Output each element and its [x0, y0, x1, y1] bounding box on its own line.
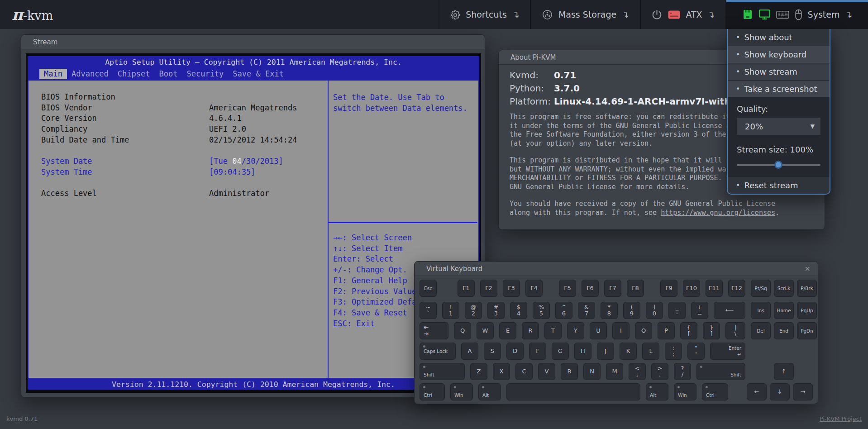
key-alt-left[interactable]: Alt — [478, 383, 501, 400]
key-arrow-left[interactable]: ← — [747, 383, 767, 400]
key-f12[interactable]: F12 — [728, 280, 745, 297]
key-semicolon[interactable]: :; — [665, 343, 682, 360]
quality-select[interactable]: 20% ▼ — [737, 118, 820, 135]
key-3[interactable]: #3 — [487, 302, 505, 319]
key-9[interactable]: (9 — [623, 302, 640, 319]
key-f11[interactable]: F11 — [706, 280, 723, 297]
key-i[interactable]: I — [612, 322, 630, 339]
key-7[interactable]: &7 — [578, 302, 595, 319]
key-home[interactable]: Home — [774, 302, 794, 319]
key-1[interactable]: !1 — [442, 302, 459, 319]
menu-atx[interactable]: ATX ↴ — [640, 0, 725, 29]
gnu-license-link[interactable]: https://www.gnu.org/licenses — [661, 209, 775, 217]
key-y[interactable]: Y — [567, 322, 584, 339]
key-w[interactable]: W — [477, 322, 494, 339]
menu-system[interactable]: System ↴ — [725, 0, 868, 29]
key-scroll-lock[interactable]: ScrLk — [774, 280, 794, 297]
key-period[interactable]: >. — [651, 363, 668, 380]
key-5[interactable]: %5 — [533, 302, 550, 319]
key-backspace[interactable]: ⟵ — [714, 302, 745, 319]
key-ctrl-left[interactable]: Ctrl — [420, 383, 445, 400]
key-d[interactable]: D — [506, 343, 524, 360]
key-f4[interactable]: F4 — [525, 280, 543, 297]
key-q[interactable]: Q — [454, 322, 471, 339]
key-6[interactable]: ^6 — [555, 302, 572, 319]
key-enter[interactable]: Enter↵ — [710, 343, 745, 360]
key-bracket-left[interactable]: {[ — [680, 322, 697, 339]
key-win-right[interactable]: Win — [674, 383, 696, 400]
key-f6[interactable]: F6 — [582, 280, 599, 297]
key-n[interactable]: N — [583, 363, 601, 380]
key-z[interactable]: Z — [470, 363, 487, 380]
key-f2[interactable]: F2 — [480, 280, 497, 297]
key-f10[interactable]: F10 — [683, 280, 700, 297]
key-k[interactable]: K — [620, 343, 637, 360]
key-s[interactable]: S — [484, 343, 501, 360]
key-a[interactable]: A — [461, 343, 478, 360]
bios-tab-main[interactable]: Main — [39, 69, 67, 79]
key-g[interactable]: G — [552, 343, 569, 360]
pikvm-project-link[interactable]: Pi-KVM Project — [820, 415, 862, 422]
close-icon[interactable]: × — [805, 264, 811, 273]
key-f9[interactable]: F9 — [660, 280, 677, 297]
key-p[interactable]: P — [658, 322, 675, 339]
key-v[interactable]: V — [538, 363, 555, 380]
menu-item-take-a-screenshot[interactable]: •Take a screenshot — [728, 81, 830, 98]
key-f7[interactable]: F7 — [604, 280, 621, 297]
key-f5[interactable]: F5 — [559, 280, 576, 297]
stream-size-slider[interactable] — [737, 159, 820, 170]
key-space[interactable] — [506, 383, 640, 400]
key-c[interactable]: C — [515, 363, 533, 380]
key-insert[interactable]: Ins — [751, 302, 771, 319]
key-8[interactable]: *8 — [601, 302, 618, 319]
key-f1[interactable]: F1 — [458, 280, 475, 297]
key-page-down[interactable]: PgDn — [797, 322, 817, 339]
key-m[interactable]: M — [606, 363, 623, 380]
key-page-up[interactable]: PgUp — [797, 302, 817, 319]
key-tab[interactable]: ⇤⇥ — [420, 322, 448, 339]
key-esc[interactable]: Esc — [420, 280, 437, 297]
slider-thumb[interactable] — [774, 161, 782, 169]
key-arrow-up[interactable]: ↑ — [774, 363, 794, 380]
key-shift-right[interactable]: Shift — [696, 363, 745, 380]
key-o[interactable]: O — [635, 322, 652, 339]
stream-window-titlebar[interactable]: Stream — [21, 35, 485, 49]
bios-tab-security[interactable]: Security — [182, 69, 228, 79]
menu-item-show-stream[interactable]: •Show stream — [728, 63, 830, 81]
menu-item-reset-stream[interactable]: • Reset stream — [728, 176, 830, 194]
key-alt-right[interactable]: Alt — [646, 383, 668, 400]
key-0[interactable]: )0 — [646, 302, 663, 319]
bios-tab-chipset[interactable]: Chipset — [113, 69, 155, 79]
key-delete[interactable]: Del — [751, 322, 771, 339]
key-4[interactable]: $4 — [510, 302, 527, 319]
key-equals[interactable]: += — [691, 302, 708, 319]
key-r[interactable]: R — [522, 322, 539, 339]
keyboard-window-titlebar[interactable]: Virtual Keyboard × — [415, 262, 818, 276]
key-e[interactable]: E — [499, 322, 516, 339]
key-print-screen[interactable]: Pt/Sq — [751, 280, 771, 297]
key-shift-left[interactable]: Shift — [420, 363, 465, 380]
key-ctrl-right[interactable]: Ctrl — [702, 383, 728, 400]
key-minus[interactable]: _- — [668, 302, 686, 319]
key-l[interactable]: L — [642, 343, 659, 360]
key-backslash[interactable]: |\ — [725, 322, 745, 339]
key-backquote[interactable]: ~` — [420, 302, 437, 319]
menu-item-show-about[interactable]: •Show about — [728, 29, 830, 46]
key-f8[interactable]: F8 — [627, 280, 644, 297]
key-slash[interactable]: ?/ — [674, 363, 691, 380]
key-end[interactable]: End — [774, 322, 794, 339]
key-t[interactable]: T — [544, 322, 562, 339]
key-win-left[interactable]: Win — [450, 383, 473, 400]
key-arrow-down[interactable]: ↓ — [770, 383, 790, 400]
key-pause-break[interactable]: P/Brk — [797, 280, 817, 297]
bios-tab-save-exit[interactable]: Save & Exit — [228, 69, 288, 79]
key-j[interactable]: J — [597, 343, 614, 360]
key-caps-lock[interactable]: Caps Lock — [420, 343, 456, 360]
key-quote[interactable]: "' — [687, 343, 705, 360]
key-b[interactable]: B — [561, 363, 578, 380]
menu-shortcuts[interactable]: Shortcuts ↴ — [439, 0, 530, 29]
key-f[interactable]: F — [529, 343, 546, 360]
key-u[interactable]: U — [590, 322, 607, 339]
menu-item-show-keyboard[interactable]: •Show keyboard — [728, 46, 830, 63]
key-f3[interactable]: F3 — [503, 280, 520, 297]
